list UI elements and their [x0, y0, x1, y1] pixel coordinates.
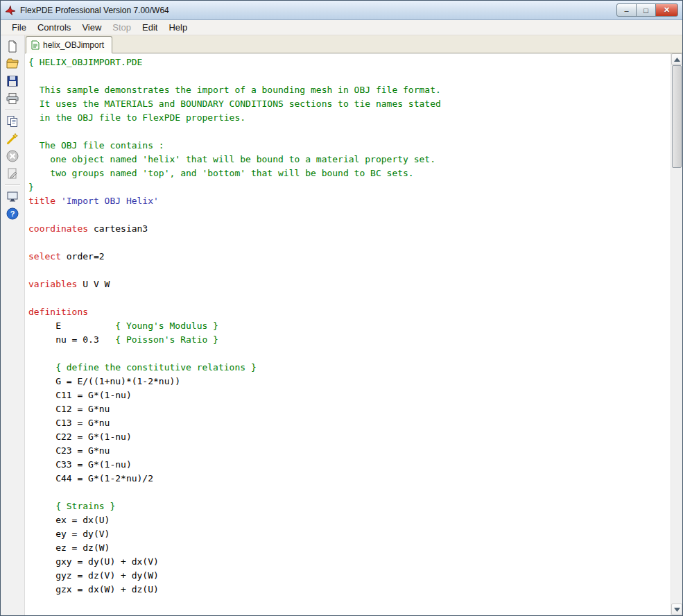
- scroll-up-button[interactable]: [671, 53, 682, 65]
- code-line: ex = dx(U): [28, 513, 671, 527]
- code-line: variables U V W: [28, 277, 671, 291]
- stop-button[interactable]: [4, 148, 21, 164]
- code-line: C44 = G*(1-2*nu)/2: [28, 472, 671, 486]
- save-icon: [6, 74, 19, 88]
- scrollbar-thumb[interactable]: [672, 65, 682, 168]
- open-file-button[interactable]: [4, 55, 21, 72]
- code-line: C22 = G*(1-nu): [28, 430, 671, 444]
- open-folder-icon: [6, 57, 19, 71]
- code-line: [28, 291, 671, 305]
- monitor-button[interactable]: [4, 188, 21, 205]
- help-button[interactable]: ?: [4, 205, 21, 222]
- app-window: FlexPDE Professional Version 7.00/W64 – …: [0, 0, 683, 616]
- code-line: C12 = G*nu: [28, 402, 671, 416]
- new-document-button[interactable]: [4, 38, 21, 55]
- print-button[interactable]: [4, 90, 21, 107]
- code-line: ez = dz(W): [28, 541, 671, 555]
- app-icon: [5, 5, 16, 16]
- code-line: C13 = G*nu: [28, 416, 671, 430]
- code-line: C23 = G*nu: [28, 444, 671, 458]
- document-icon: [31, 40, 40, 50]
- toolbar-separator: [5, 185, 20, 186]
- scroll-down-button[interactable]: [671, 604, 682, 615]
- code-line: { HELIX_OBJIMPORT.PDE: [28, 55, 671, 69]
- code-line: }: [28, 180, 671, 194]
- code-line: [28, 486, 671, 499]
- menu-bar: FileControlsViewStopEditHelp: [1, 20, 682, 35]
- code-line: The OBJ file contains :: [28, 139, 671, 153]
- monitor-icon: [6, 189, 19, 203]
- code-line: C11 = G*(1-nu): [28, 388, 671, 402]
- window-controls: – □ ✕: [616, 3, 678, 17]
- arrow-up-icon: [674, 58, 680, 62]
- copy-icon: [6, 114, 19, 128]
- vertical-scrollbar[interactable]: [671, 53, 682, 615]
- tab-bar: helix_OBJimport: [25, 35, 682, 53]
- print-icon: [6, 92, 19, 105]
- code-line: gyz = dz(V) + dy(W): [28, 569, 671, 583]
- menu-item-edit[interactable]: Edit: [137, 20, 163, 35]
- code-editor[interactable]: { HELIX_OBJIMPORT.PDE This sample demons…: [25, 53, 671, 615]
- tab-label: helix_OBJimport: [43, 40, 104, 50]
- svg-text:?: ?: [10, 209, 15, 218]
- minimize-button[interactable]: –: [616, 3, 637, 17]
- stop-icon: [6, 149, 19, 163]
- new-document-icon: [6, 40, 19, 53]
- code-line: G = E/((1+nu)*(1-2*nu)): [28, 375, 671, 388]
- code-line: nu = 0.3 { Poisson's Ratio }: [28, 333, 671, 347]
- code-line: [28, 236, 671, 250]
- code-line: definitions: [28, 305, 671, 319]
- code-line: [28, 125, 671, 139]
- wand-button[interactable]: [4, 130, 21, 147]
- arrow-down-icon: [674, 608, 680, 612]
- code-line: [28, 347, 671, 361]
- toolbar-separator: [5, 110, 20, 111]
- scrollbar-track[interactable]: [671, 65, 682, 604]
- code-line: title 'Import OBJ Helix': [28, 194, 671, 208]
- left-toolbar: ?: [1, 35, 25, 615]
- title-bar[interactable]: FlexPDE Professional Version 7.00/W64 – …: [1, 1, 682, 20]
- maximize-button[interactable]: □: [636, 3, 656, 17]
- menu-item-file[interactable]: File: [6, 20, 32, 35]
- close-button[interactable]: ✕: [655, 3, 678, 17]
- code-line: two groups named 'top', and 'bottom' tha…: [28, 166, 671, 180]
- code-line: This sample demonstrates the import of a…: [28, 83, 671, 97]
- help-icon: ?: [6, 207, 19, 221]
- menu-item-stop[interactable]: Stop: [107, 20, 137, 35]
- code-line: C33 = G*(1-nu): [28, 458, 671, 472]
- menu-item-view[interactable]: View: [76, 20, 107, 35]
- code-line: in the OBJ file to FlexPDE properties.: [28, 111, 671, 125]
- tab-helix-objimport[interactable]: helix_OBJimport: [26, 36, 112, 53]
- code-line: one object named 'helix' that will be bo…: [28, 153, 671, 166]
- save-button[interactable]: [4, 73, 21, 89]
- edit-icon: [6, 166, 19, 180]
- code-line: E { Young's Modulus }: [28, 319, 671, 333]
- code-line: gzx = dx(W) + dz(U): [28, 583, 671, 597]
- code-line: { define the constitutive relations }: [28, 361, 671, 375]
- code-line: gxy = dy(U) + dx(V): [28, 555, 671, 569]
- magic-wand-icon: [6, 132, 19, 146]
- code-line: coordinates cartesian3: [28, 222, 671, 236]
- code-line: [28, 208, 671, 222]
- code-line: { Strains }: [28, 499, 671, 513]
- code-line: [28, 264, 671, 277]
- code-line: [28, 69, 671, 83]
- copy-button[interactable]: [4, 113, 21, 130]
- code-line: select order=2: [28, 250, 671, 264]
- code-line: ey = dy(V): [28, 527, 671, 541]
- code-line: It uses the MATERIALS and BOUNDARY CONDI…: [28, 97, 671, 111]
- menu-item-help[interactable]: Help: [163, 20, 193, 35]
- menu-item-controls[interactable]: Controls: [32, 20, 76, 35]
- edit-button[interactable]: [4, 165, 21, 182]
- window-title: FlexPDE Professional Version 7.00/W64: [20, 6, 169, 15]
